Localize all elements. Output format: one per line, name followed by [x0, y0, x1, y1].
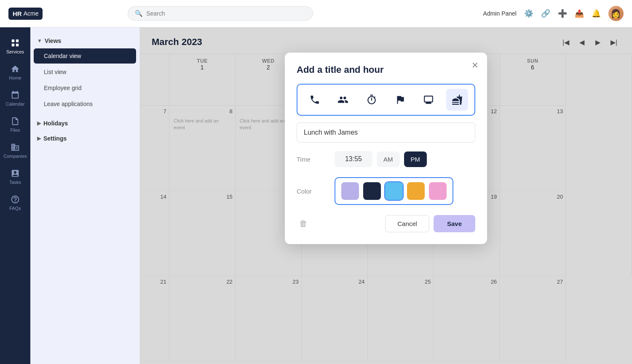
sidebar-item-faqs-label: FAQs: [9, 206, 21, 211]
main-layout: Services Home Calendar Files Companies T…: [0, 27, 632, 364]
icon-selector: [297, 84, 475, 116]
delete-button[interactable]: 🗑: [297, 216, 310, 231]
search-icon: 🔍: [135, 10, 143, 17]
svg-rect-1: [16, 40, 19, 42]
sidebar-item-faqs[interactable]: FAQs: [0, 191, 30, 215]
holidays-chevron: ▶: [37, 120, 41, 126]
top-navigation: HR Acme 🔍 Admin Panel ⚙️ 🔗 ➕ 📤 🔔 👩: [0, 0, 632, 27]
search-bar[interactable]: 🔍: [128, 6, 313, 21]
color-swatch-lavender[interactable]: [341, 182, 359, 200]
sidebar-item-tasks-label: Tasks: [9, 180, 21, 185]
views-header-label: Views: [45, 37, 61, 44]
cancel-button[interactable]: Cancel: [385, 215, 429, 232]
icon-option-people[interactable]: [332, 89, 354, 111]
search-input[interactable]: [146, 10, 306, 17]
icon-option-monitor[interactable]: [418, 89, 439, 111]
icon-option-timer[interactable]: [361, 89, 383, 111]
color-swatch-navy[interactable]: [363, 182, 381, 200]
calendar-icon: [11, 90, 20, 100]
sidebar-item-tasks[interactable]: Tasks: [0, 165, 30, 189]
nav-right: Admin Panel ⚙️ 🔗 ➕ 📤 🔔 👩: [483, 6, 624, 21]
modal-close-button[interactable]: ✕: [471, 61, 479, 69]
nav-leave-applications[interactable]: Leave applications: [34, 96, 136, 112]
admin-panel-label[interactable]: Admin Panel: [483, 10, 517, 17]
sub-sidebar: ▼ Views Calendar view List view Employee…: [30, 27, 140, 364]
pm-button[interactable]: PM: [404, 151, 427, 167]
color-row: Color: [297, 177, 475, 205]
add-icon[interactable]: ➕: [558, 9, 567, 18]
time-row: Time AM PM: [297, 151, 475, 167]
icon-option-utensils[interactable]: [446, 89, 468, 111]
companies-icon: [11, 143, 20, 152]
sidebar-item-calendar[interactable]: Calendar: [0, 86, 30, 111]
nav-list-view[interactable]: List view: [34, 64, 136, 80]
color-label: Color: [297, 188, 330, 195]
svg-rect-3: [16, 44, 19, 46]
color-swatch-pink[interactable]: [429, 182, 447, 200]
grid-icon: [11, 38, 20, 48]
modal-title: Add a title and hour: [297, 64, 475, 75]
logo-acme: Acme: [24, 10, 39, 17]
sidebar-item-services[interactable]: Services: [0, 34, 30, 58]
icon-option-phone[interactable]: [304, 89, 326, 111]
color-swatch-sky[interactable]: [385, 182, 403, 200]
sidebar-item-calendar-label: Calendar: [6, 101, 25, 106]
event-title-input[interactable]: [297, 122, 475, 143]
logo-hr: HR: [13, 10, 22, 17]
tasks-icon: [11, 169, 20, 178]
footer-actions: Cancel Save: [385, 215, 475, 232]
sidebar-item-home[interactable]: Home: [0, 60, 30, 85]
faqs-icon: [11, 195, 20, 204]
modal-overlay: Add a title and hour ✕ Time AM PM Color: [140, 27, 632, 364]
settings-header-label: Settings: [43, 135, 67, 142]
views-chevron: ▼: [37, 38, 42, 44]
logo[interactable]: HR Acme: [8, 8, 43, 20]
main-content: March 2023 |◀ ◀ ▶ ▶| TUE1WED2THU3FRI4SAT…: [140, 27, 632, 364]
settings-icon[interactable]: ⚙️: [524, 9, 533, 18]
holidays-header-label: Holidays: [43, 120, 68, 127]
files-icon: [11, 117, 20, 126]
sidebar-item-files-label: Files: [10, 128, 20, 133]
time-label: Time: [297, 156, 330, 163]
share-icon[interactable]: 🔗: [541, 9, 550, 18]
color-swatch-amber[interactable]: [407, 182, 425, 200]
icon-option-flag[interactable]: [389, 89, 411, 111]
home-icon: [11, 64, 20, 74]
nav-calendar-view[interactable]: Calendar view: [34, 48, 136, 64]
modal-footer: 🗑 Cancel Save: [297, 215, 475, 232]
svg-rect-2: [12, 44, 14, 46]
svg-rect-0: [12, 40, 14, 42]
views-header[interactable]: ▼ Views: [30, 34, 139, 48]
settings-header[interactable]: ▶ Settings: [30, 132, 139, 145]
sidebar-item-services-label: Services: [6, 49, 24, 54]
sidebar-item-files[interactable]: Files: [0, 112, 30, 137]
export-icon[interactable]: 📤: [575, 9, 584, 18]
sidebar: Services Home Calendar Files Companies T…: [0, 27, 30, 364]
avatar[interactable]: 👩: [608, 6, 624, 21]
nav-employee-grid[interactable]: Employee grid: [34, 80, 136, 96]
sidebar-item-companies-label: Companies: [3, 154, 27, 159]
bell-icon[interactable]: 🔔: [592, 9, 601, 18]
sidebar-item-home-label: Home: [9, 75, 21, 80]
settings-chevron: ▶: [37, 136, 41, 141]
save-button[interactable]: Save: [434, 215, 475, 232]
add-event-modal: Add a title and hour ✕ Time AM PM Color: [285, 53, 487, 244]
am-button[interactable]: AM: [377, 151, 400, 167]
color-options: [335, 177, 453, 205]
sidebar-item-companies[interactable]: Companies: [0, 138, 30, 163]
time-input[interactable]: [335, 151, 372, 167]
holidays-header[interactable]: ▶ Holidays: [30, 117, 139, 130]
